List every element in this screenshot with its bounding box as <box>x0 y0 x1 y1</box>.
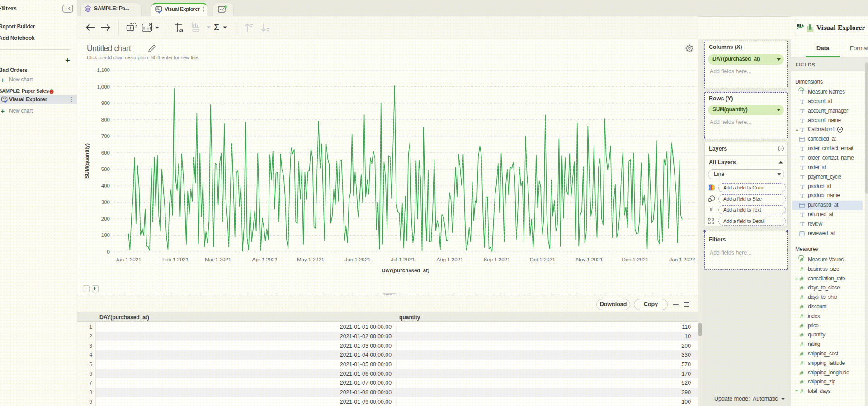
svg-text:Aug 1 2021: Aug 1 2021 <box>437 257 463 262</box>
svg-text:May 1 2021: May 1 2021 <box>297 257 324 262</box>
svg-text:500: 500 <box>101 166 110 172</box>
svg-text:100: 100 <box>101 232 110 238</box>
svg-text:Sep 1 2021: Sep 1 2021 <box>484 257 510 262</box>
svg-text:DAY(purchased_at): DAY(purchased_at) <box>382 268 429 273</box>
svg-text:Oct 1 2021: Oct 1 2021 <box>530 257 555 262</box>
svg-text:900: 900 <box>101 100 110 106</box>
svg-text:0: 0 <box>107 249 110 255</box>
svg-text:800: 800 <box>101 117 110 123</box>
svg-text:300: 300 <box>101 199 110 205</box>
svg-text:700: 700 <box>101 133 110 139</box>
svg-text:600: 600 <box>101 150 110 156</box>
svg-text:Jun 1 2021: Jun 1 2021 <box>345 257 371 262</box>
svg-text:400: 400 <box>101 183 110 189</box>
svg-text:Nov 1 2021: Nov 1 2021 <box>576 257 603 262</box>
svg-text:Apr 1 2021: Apr 1 2021 <box>252 257 278 262</box>
svg-text:Dec 1 2021: Dec 1 2021 <box>622 257 649 262</box>
svg-text:Jan 1 2021: Jan 1 2021 <box>116 257 142 262</box>
svg-text:Jan 1 2022: Jan 1 2022 <box>670 257 695 262</box>
svg-text:1,100: 1,100 <box>97 67 110 73</box>
svg-text:200: 200 <box>101 216 110 222</box>
svg-text:Jul 1 2021: Jul 1 2021 <box>391 257 415 262</box>
svg-text:SUM(quantity): SUM(quantity) <box>84 143 90 179</box>
svg-text:1,000: 1,000 <box>97 84 110 90</box>
svg-text:Feb 1 2021: Feb 1 2021 <box>162 257 189 262</box>
svg-text:Mar 1 2021: Mar 1 2021 <box>205 257 231 262</box>
